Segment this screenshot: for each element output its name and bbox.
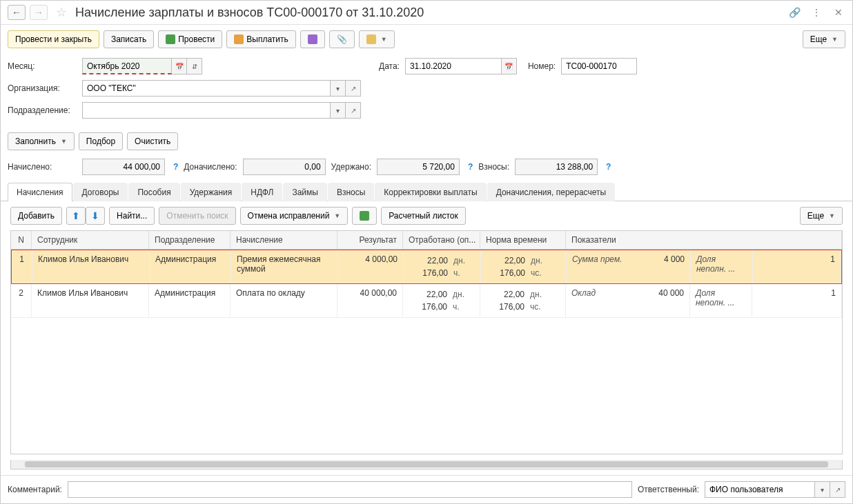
chevron-down-icon: ▼ [381, 36, 387, 43]
grid-icon [360, 211, 369, 221]
dropdown-icon[interactable]: ▾ [815, 481, 830, 498]
payslip-button[interactable]: Расчетный листок [381, 207, 465, 225]
withheld-label: Удержано: [331, 162, 371, 172]
month-stepper[interactable]: ⇵ [187, 58, 202, 74]
responsible-label: Ответственный: [638, 485, 699, 494]
move-up-button[interactable]: ⬆ [66, 207, 86, 225]
reports-button[interactable] [300, 30, 325, 48]
tab-benefits[interactable]: Пособия [128, 183, 179, 201]
more-button[interactable]: Еще▼ [803, 30, 845, 48]
horizontal-scrollbar[interactable] [10, 460, 843, 470]
fill-button[interactable]: Заполнить▼ [8, 132, 75, 150]
tab-corrections[interactable]: Корректировки выплаты [375, 183, 486, 201]
contrib-value [515, 159, 598, 175]
tab-loans[interactable]: Займы [283, 183, 327, 201]
withheld-value [377, 159, 460, 175]
number-input[interactable] [561, 58, 637, 74]
pay-icon [234, 34, 244, 44]
calendar-icon[interactable]: 📅 [172, 58, 187, 74]
month-input[interactable] [82, 58, 172, 74]
col-employee[interactable]: Сотрудник [32, 231, 149, 249]
comment-input[interactable] [68, 481, 632, 498]
save-button[interactable]: Записать [104, 30, 154, 48]
add-row-button[interactable]: Добавить [10, 207, 62, 225]
extra-accrued-value [243, 159, 326, 175]
open-icon[interactable]: ↗ [346, 102, 361, 119]
help-icon[interactable]: ? [606, 162, 611, 172]
pay-button[interactable]: Выплатить [226, 30, 296, 48]
cancel-corrections-button[interactable]: Отмена исправлений▼ [240, 207, 349, 225]
date-input[interactable] [405, 58, 502, 74]
col-n[interactable]: N [11, 231, 32, 249]
favorite-icon[interactable]: ☆ [55, 6, 68, 19]
clip-icon: 📎 [337, 34, 347, 44]
tab-contracts[interactable]: Договоры [73, 183, 128, 201]
org-input[interactable] [82, 80, 331, 97]
accrued-label: Начислено: [8, 162, 77, 172]
table-row[interactable]: 1 Климов Илья Иванович Администрация Пре… [11, 250, 842, 284]
tab-recalc[interactable]: Доначисления, перерасчеты [487, 183, 615, 201]
col-calculation[interactable]: Начисление [231, 231, 337, 249]
calendar-icon[interactable]: 📅 [502, 58, 517, 74]
chevron-down-icon: ▼ [832, 36, 838, 43]
tab-accruals[interactable]: Начисления [8, 183, 72, 201]
open-icon[interactable]: ↗ [830, 481, 845, 498]
date-label: Дата: [379, 61, 400, 71]
month-label: Месяц: [8, 61, 77, 71]
back-button[interactable]: ← [8, 5, 26, 20]
comment-label: Комментарий: [8, 485, 62, 494]
dept-input[interactable] [82, 102, 331, 119]
cancel-find-button[interactable]: Отменить поиск [159, 207, 235, 225]
chevron-down-icon: ▼ [61, 138, 67, 145]
col-department[interactable]: Подразделение [149, 231, 231, 249]
move-down-button[interactable]: ⬇ [86, 207, 105, 225]
org-label: Организация: [8, 83, 77, 93]
col-norm[interactable]: Норма времени [480, 231, 566, 249]
post-button[interactable]: Провести [158, 30, 222, 48]
tab-contributions[interactable]: Взносы [328, 183, 374, 201]
col-indicators[interactable]: Показатели [566, 231, 842, 249]
link-icon[interactable]: 🔗 [787, 6, 801, 19]
tab-ndfl[interactable]: НДФЛ [242, 183, 282, 201]
responsible-input[interactable] [705, 481, 815, 498]
doc-icon [366, 34, 376, 44]
create-based-button[interactable]: ▼ [359, 30, 395, 48]
chevron-down-icon: ▼ [829, 212, 835, 219]
list-icon [308, 34, 317, 44]
number-label: Номер: [528, 61, 556, 71]
dropdown-icon[interactable]: ▾ [331, 102, 346, 119]
table-header: N Сотрудник Подразделение Начисление Рез… [11, 231, 842, 250]
menu-icon[interactable]: ⋮ [810, 6, 823, 19]
col-worked[interactable]: Отработано (оп... [403, 231, 480, 249]
col-result[interactable]: Результат [337, 231, 403, 249]
find-button[interactable]: Найти... [109, 207, 155, 225]
help-icon[interactable]: ? [173, 162, 178, 172]
post-icon [166, 34, 175, 44]
clear-button[interactable]: Очистить [127, 132, 178, 150]
chevron-down-icon: ▼ [334, 212, 340, 219]
dropdown-icon[interactable]: ▾ [331, 80, 346, 97]
open-icon[interactable]: ↗ [346, 80, 361, 97]
help-icon[interactable]: ? [468, 162, 473, 172]
table-row[interactable]: 2 Климов Илья Иванович Администрация Опл… [11, 284, 842, 318]
attach-button[interactable]: 📎 [329, 30, 355, 48]
tab-deductions[interactable]: Удержания [181, 183, 242, 201]
post-and-close-button[interactable]: Провести и закрыть [8, 30, 99, 48]
extra-accrued-label: Доначислено: [184, 162, 237, 172]
accrued-value [82, 159, 165, 175]
contrib-label: Взносы: [478, 162, 509, 172]
dept-label: Подразделение: [8, 105, 77, 115]
select-button[interactable]: Подбор [79, 132, 123, 150]
close-icon[interactable]: ✕ [832, 6, 845, 19]
forward-button[interactable]: → [30, 5, 48, 20]
sub-more-button[interactable]: Еще▼ [800, 207, 843, 225]
table-settings-button[interactable] [352, 207, 377, 225]
page-title: Начисление зарплаты и взносов ТС00-00017… [75, 6, 779, 20]
